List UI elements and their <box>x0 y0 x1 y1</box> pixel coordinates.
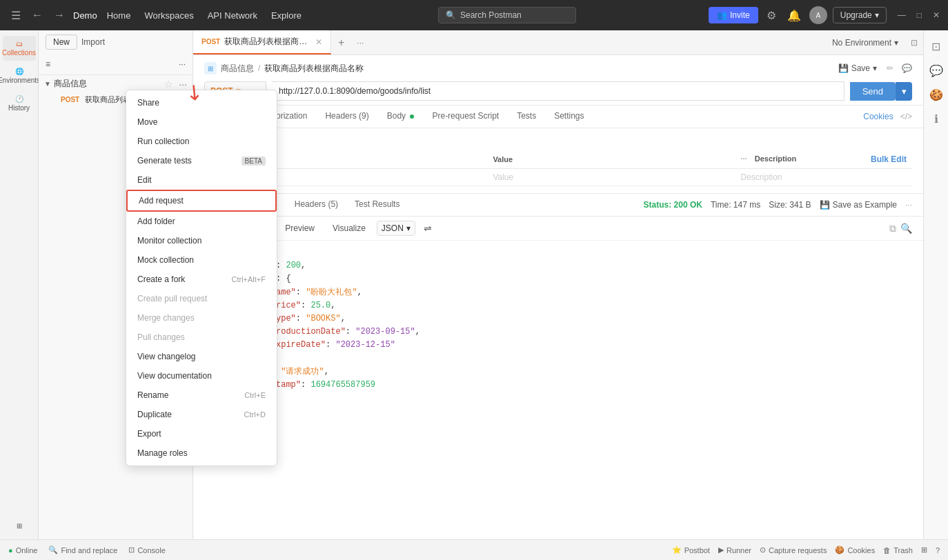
tab-close-icon[interactable]: ✕ <box>315 37 322 47</box>
copy-button[interactable]: ⧉ <box>889 223 896 234</box>
back-icon[interactable]: ← <box>29 6 46 24</box>
tab-body[interactable]: Body <box>379 106 423 128</box>
import-button[interactable]: Import <box>81 37 105 47</box>
params-area: Query Params Key Value ··· Description <box>193 128 923 193</box>
tab-active-request[interactable]: POST 获取商品列表根据商品名称 ✕ <box>193 30 331 54</box>
code-icon[interactable]: </> <box>900 112 912 121</box>
menu-item-view-changelog[interactable]: View changelog <box>126 347 277 366</box>
trash-icon: 🗑 <box>883 546 891 554</box>
avatar[interactable]: A <box>809 6 827 24</box>
sidebar-right-icon-cookie[interactable]: 🍪 <box>925 84 947 106</box>
menu-item-duplicate[interactable]: Duplicate Ctrl+D <box>126 405 277 424</box>
sidebar-item-history[interactable]: 🕐 History <box>3 91 36 116</box>
settings-icon[interactable]: ⚙ <box>764 6 779 25</box>
url-input[interactable] <box>272 81 845 101</box>
bulk-edit-link[interactable]: Bulk Edit <box>871 154 907 164</box>
console-button[interactable]: ⊡ Console <box>128 546 165 554</box>
response-tab-headers[interactable]: Headers (5) <box>286 194 346 216</box>
sidebar-item-components[interactable]: ⊞ <box>3 518 36 534</box>
save-button[interactable]: 💾 Save ▾ <box>838 63 877 73</box>
search-button[interactable]: 🔍 <box>900 223 912 234</box>
format-select[interactable]: JSON ▾ <box>377 221 415 236</box>
tab-pre-request[interactable]: Pre-request Script <box>424 106 507 128</box>
nav-api-network[interactable]: API Network <box>204 8 261 23</box>
help-button[interactable]: ? <box>936 546 940 554</box>
collection-more-icon[interactable]: ··· <box>179 79 187 90</box>
response-more-icon[interactable]: ··· <box>905 200 912 210</box>
menu-item-add-request[interactable]: Add request <box>126 190 277 212</box>
online-status[interactable]: ● Online <box>8 546 37 554</box>
menu-item-monitor-collection[interactable]: Monitor collection <box>126 231 277 250</box>
menu-item-manage-roles[interactable]: Manage roles <box>126 443 277 463</box>
forward-icon[interactable]: → <box>51 6 68 24</box>
menu-item-mock-collection[interactable]: Mock collection <box>126 250 277 270</box>
breadcrumb-collection[interactable]: 商品信息 <box>221 63 254 74</box>
tab-more-button[interactable]: ··· <box>351 38 369 48</box>
comment-icon[interactable]: 💬 <box>902 63 912 73</box>
menu-item-edit[interactable]: Edit <box>126 170 277 190</box>
menu-item-share[interactable]: Share <box>126 93 277 112</box>
wrap-button[interactable]: ⇌ <box>419 221 436 236</box>
code-area: 1 { 2 "code": 200, 3 "data": { 4 "name":… <box>193 241 923 539</box>
grid-button[interactable]: ⊞ <box>921 546 927 554</box>
postbot-button[interactable]: ⭐ Postbot <box>672 546 710 554</box>
trash-button[interactable]: 🗑 Trash <box>883 546 913 554</box>
window-close-icon[interactable]: ✕ <box>933 10 940 20</box>
menu-item-export[interactable]: Export <box>126 424 277 443</box>
filter-icon[interactable]: ≡ <box>46 59 50 69</box>
view-preview-button[interactable]: Preview <box>278 221 322 236</box>
editor-icon[interactable]: ⊡ <box>905 38 923 48</box>
save-example-button[interactable]: 💾 Save as Example <box>820 200 897 210</box>
sidebar-item-environments[interactable]: 🌐 Environments <box>3 63 36 88</box>
window-maximize-icon[interactable]: □ <box>917 10 922 20</box>
send-dropdown-button[interactable]: ▾ <box>896 82 912 101</box>
bell-icon[interactable]: 🔔 <box>784 6 804 25</box>
cookies-button[interactable]: 🍪 Cookies <box>835 546 875 554</box>
more-icon[interactable]: ··· <box>179 59 186 69</box>
find-replace-button[interactable]: 🔍 Find and replace <box>48 546 117 554</box>
view-visualize-button[interactable]: Visualize <box>326 221 373 236</box>
new-button[interactable]: New <box>46 34 77 50</box>
menu-item-run-collection[interactable]: Run collection <box>126 132 277 151</box>
sidebar-item-collections[interactable]: 🗂 Collections <box>3 36 36 61</box>
param-value-input[interactable]: Value <box>487 169 735 186</box>
menu-item-rename[interactable]: Rename Ctrl+E <box>126 386 277 405</box>
tab-tests[interactable]: Tests <box>508 106 544 128</box>
menu-item-pull-changes: Pull changes <box>126 328 277 347</box>
star-icon[interactable]: ☆ <box>164 79 173 90</box>
send-button[interactable]: Send <box>850 82 896 101</box>
tab-settings[interactable]: Settings <box>546 106 592 128</box>
runner-button[interactable]: ▶ Runner <box>718 546 751 554</box>
capture-requests-button[interactable]: ⊙ Capture requests <box>760 546 827 554</box>
menu-item-generate-tests[interactable]: Generate tests BETA <box>126 151 277 170</box>
response-tab-test-results[interactable]: Test Results <box>346 194 408 216</box>
hamburger-icon[interactable]: ☰ <box>8 6 23 25</box>
chevron-down-icon: ▾ <box>875 10 879 20</box>
more-icon[interactable]: ··· <box>740 154 747 163</box>
context-menu: Share Move Run collection Generate tests… <box>126 90 277 466</box>
no-environment[interactable]: No Environment ▾ <box>825 38 905 48</box>
invite-button[interactable]: 👥 Invite <box>709 7 758 23</box>
sidebar-right-icon-comments[interactable]: 💬 <box>925 60 947 81</box>
menu-item-create-fork[interactable]: Create a fork Ctrl+Alt+F <box>126 270 277 289</box>
find-icon: 🔍 <box>48 546 58 554</box>
cookies-link[interactable]: Cookies <box>863 112 893 121</box>
right-sidebar: ⊡ 💬 🍪 ℹ <box>923 30 948 539</box>
add-tab-button[interactable]: + <box>331 37 351 49</box>
search-bar[interactable]: 🔍 Search Postman <box>438 7 576 23</box>
nav-explore[interactable]: Explore <box>267 8 306 23</box>
menu-item-move[interactable]: Move <box>126 112 277 132</box>
code-line: 1 { <box>204 246 912 259</box>
tab-headers[interactable]: Headers (9) <box>317 106 377 128</box>
sidebar-right-icon-info[interactable]: ℹ <box>930 108 942 130</box>
menu-item-add-folder[interactable]: Add folder <box>126 212 277 231</box>
param-desc-input[interactable]: Description <box>735 169 912 186</box>
help-icon: ? <box>936 546 940 554</box>
edit-icon[interactable]: ✏ <box>887 63 893 73</box>
menu-item-view-documentation[interactable]: View documentation <box>126 366 277 386</box>
window-minimize-icon[interactable]: — <box>898 10 906 20</box>
upgrade-button[interactable]: Upgrade ▾ <box>833 7 887 23</box>
sidebar-right-icon-1[interactable]: ⊡ <box>927 36 945 57</box>
nav-home[interactable]: Home <box>103 8 135 23</box>
nav-workspaces[interactable]: Workspaces <box>140 8 197 23</box>
